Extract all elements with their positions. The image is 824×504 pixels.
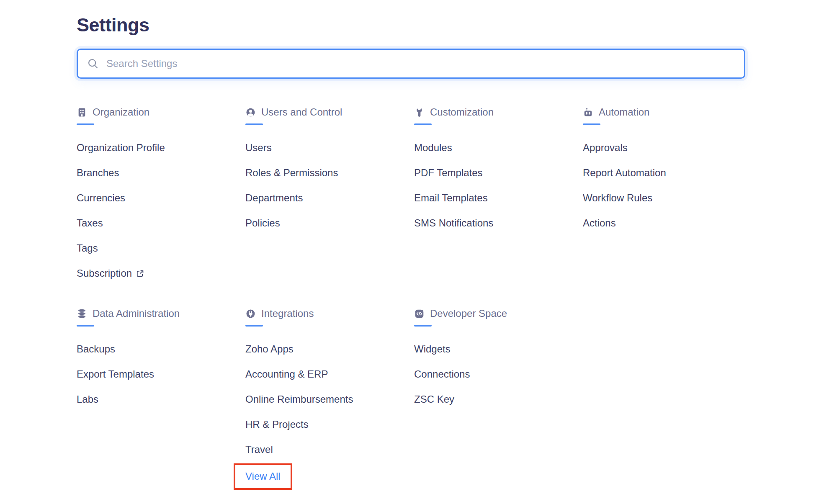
section-integrations-title: Integrations [261, 308, 314, 319]
section-organization-header: Organization [77, 105, 245, 119]
section-data-administration-header: Data Administration [77, 307, 245, 320]
section-accent-underline [77, 325, 94, 327]
settings-link-workflow-rules[interactable]: Workflow Rules [583, 185, 652, 211]
settings-link-tags[interactable]: Tags [77, 236, 98, 261]
section-automation-title: Automation [599, 106, 649, 118]
settings-link-sms-notifications[interactable]: SMS Notifications [414, 211, 493, 236]
section-accent-underline [414, 123, 432, 125]
search-icon [87, 58, 99, 69]
settings-link-currencies[interactable]: Currencies [77, 185, 125, 211]
settings-link-accounting-erp[interactable]: Accounting & ERP [245, 362, 328, 387]
settings-link-branches[interactable]: Branches [77, 160, 119, 185]
settings-link-backups[interactable]: Backups [77, 337, 115, 362]
settings-link-connections[interactable]: Connections [414, 362, 470, 387]
settings-link-export-templates[interactable]: Export Templates [77, 362, 154, 387]
section-data-administration-title: Data Administration [93, 308, 180, 319]
section-integrations-header: Integrations [245, 307, 414, 320]
section-accent-underline [414, 325, 432, 327]
section-users-and-control-title: Users and Control [261, 106, 342, 118]
section-accent-underline [583, 123, 600, 125]
section-developer-space-header: Developer Space [414, 307, 583, 320]
section-developer-space-title: Developer Space [430, 308, 507, 319]
search-input[interactable] [106, 57, 735, 70]
database-icon [77, 309, 87, 319]
view-all-link[interactable]: View All [245, 471, 281, 482]
settings-link-modules[interactable]: Modules [414, 135, 452, 160]
section-automation: Automation Approvals Report Automation W… [583, 105, 752, 286]
settings-link-email-templates[interactable]: Email Templates [414, 185, 488, 211]
section-accent-underline [245, 325, 263, 327]
building-icon [77, 107, 87, 118]
settings-link-policies[interactable]: Policies [245, 211, 280, 236]
section-integrations: Integrations Zoho Apps Accounting & ERP … [245, 307, 414, 490]
settings-page: Settings Organiz [0, 0, 824, 504]
settings-link-report-automation[interactable]: Report Automation [583, 160, 666, 185]
settings-link-approvals[interactable]: Approvals [583, 135, 628, 160]
section-customization: Customization Modules PDF Templates Emai… [414, 105, 583, 286]
settings-link-labs[interactable]: Labs [77, 387, 98, 412]
section-users-and-control-header: Users and Control [245, 105, 414, 119]
section-automation-header: Automation [583, 105, 752, 119]
external-link-icon [136, 269, 144, 278]
settings-link-actions[interactable]: Actions [583, 211, 616, 236]
section-organization-title: Organization [93, 106, 149, 118]
robot-icon [583, 107, 593, 118]
section-accent-underline [77, 123, 94, 125]
section-users-and-control: Users and Control Users Roles & Permissi… [245, 105, 414, 286]
section-data-administration: Data Administration Backups Export Templ… [77, 307, 245, 490]
section-customization-header: Customization [414, 105, 583, 119]
settings-link-zsc-key[interactable]: ZSC Key [414, 387, 454, 412]
settings-link-departments[interactable]: Departments [245, 185, 303, 211]
settings-link-hr-projects[interactable]: HR & Projects [245, 412, 309, 437]
settings-link-users[interactable]: Users [245, 135, 272, 160]
settings-link-widgets[interactable]: Widgets [414, 337, 451, 362]
page-title: Settings [77, 14, 824, 36]
wrench-icon [414, 107, 425, 118]
settings-link-subscription[interactable]: Subscription [77, 261, 144, 286]
section-organization: Organization Organization Profile Branch… [77, 105, 245, 286]
settings-link-pdf-templates[interactable]: PDF Templates [414, 160, 483, 185]
section-customization-title: Customization [430, 106, 494, 118]
code-icon [414, 309, 425, 319]
subscription-label: Subscription [77, 267, 132, 280]
settings-link-roles-permissions[interactable]: Roles & Permissions [245, 160, 338, 185]
settings-link-zoho-apps[interactable]: Zoho Apps [245, 337, 294, 362]
settings-sections: Organization Organization Profile Branch… [77, 105, 824, 490]
section-developer-space: Developer Space Widgets Connections ZSC … [414, 307, 583, 490]
search-bar[interactable] [77, 49, 745, 79]
plug-circle-icon [245, 309, 256, 319]
settings-link-taxes[interactable]: Taxes [77, 211, 103, 236]
view-all-highlight-rectangle: View All [234, 463, 292, 490]
settings-link-organization-profile[interactable]: Organization Profile [77, 135, 165, 160]
settings-link-online-reimbursements[interactable]: Online Reimbursements [245, 387, 353, 412]
settings-link-travel[interactable]: Travel [245, 437, 273, 462]
section-accent-underline [245, 123, 263, 125]
user-circle-icon [245, 107, 256, 118]
